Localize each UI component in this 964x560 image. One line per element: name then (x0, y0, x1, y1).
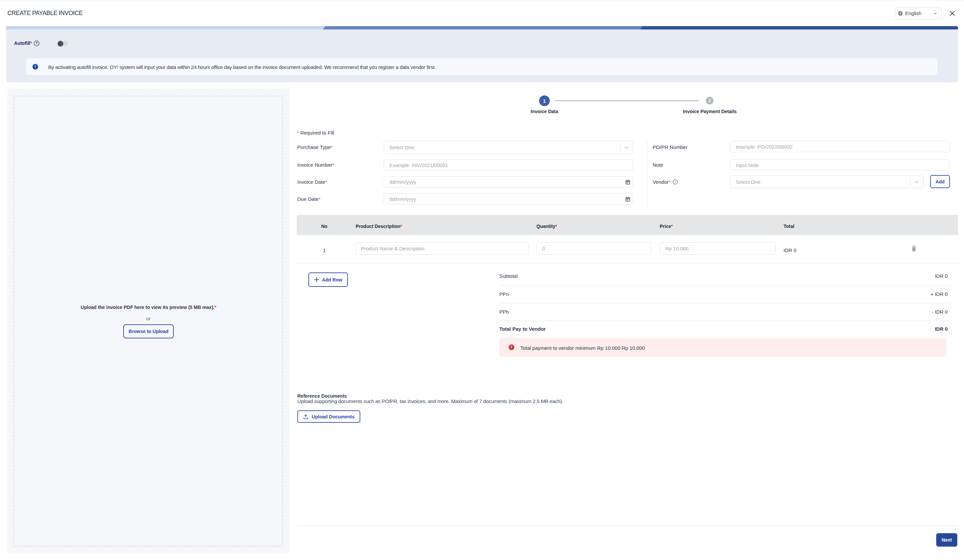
svg-text:?: ? (36, 41, 37, 45)
svg-text:i: i (675, 180, 675, 184)
